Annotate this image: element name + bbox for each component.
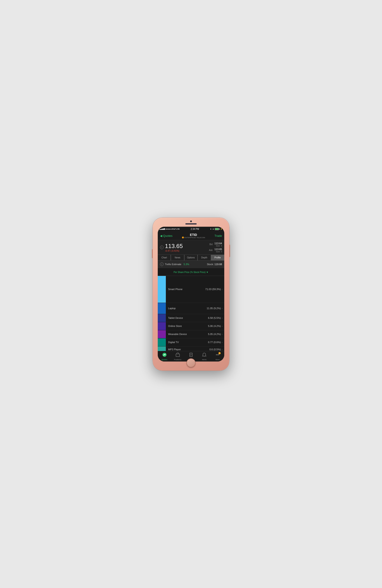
trefis-percent: 5.3% — [184, 263, 189, 266]
bar-segment-0 — [158, 276, 166, 303]
bid-size: Size: 3 — [214, 245, 222, 247]
orders-nav-icon — [189, 353, 193, 358]
trefis-left: i Trefis Estimate 5.3% — [160, 262, 189, 266]
ask-row: Ask 113.65 Size: 3 — [209, 248, 222, 253]
bid-label: Bid — [210, 243, 212, 246]
network-type: LTE — [176, 228, 180, 230]
earpiece-speaker — [185, 223, 197, 225]
item-name-1: Laptop — [168, 307, 176, 310]
list-item-0[interactable]: Smart Phone71.03 (59.3%)› — [166, 276, 224, 303]
price-direction-icon: ▷ — [160, 246, 164, 249]
price-change: -0.47 (-0.41%) — [165, 250, 183, 252]
ask-size: Size: 3 — [214, 251, 222, 253]
bar-segment-3 — [158, 322, 166, 330]
item-value-6: 0.6 (0.5%)› — [210, 348, 222, 351]
tab-options[interactable]: Options — [184, 255, 197, 260]
bottom-nav-alerts[interactable]: Alerts — [199, 353, 210, 361]
bar-segment-5 — [158, 338, 166, 346]
home-button[interactable] — [187, 358, 195, 367]
alerts-nav-icon — [202, 353, 207, 358]
bottom-nav-more[interactable]: 1More — [212, 353, 223, 361]
more-badge: 1 — [218, 352, 221, 354]
list-item-4[interactable]: Wearable Device5.05 (4.2%)› — [166, 330, 224, 338]
carrier-info: ●●●●● AT&T LTE — [160, 228, 180, 230]
alerts-nav-label: Alerts — [202, 358, 207, 361]
status-bar: ●●●●● AT&T LTE 2:34 PM ➤ ✦ ⚡ — [158, 227, 224, 232]
volume-button[interactable] — [152, 249, 153, 258]
item-name-6: MP3 Player — [168, 348, 181, 351]
detail-tabs: Chart News Options Depth Profile — [158, 254, 224, 261]
nav-header: ◀ Quotes ETID ENTERPRISE TELECOM Trade — [158, 232, 224, 240]
nav-title: ETID ENTERPRISE TELECOM — [182, 233, 205, 239]
item-chevron-3: › — [222, 325, 222, 327]
stock-ticker: ETID — [182, 233, 205, 237]
company-dot-icon — [182, 237, 184, 238]
svg-point-7 — [216, 354, 217, 355]
item-value-3: 5.06 (4.2%)› — [208, 325, 222, 327]
bid-row: Bid 113.64 Size: 3 — [210, 242, 222, 247]
per-share-label: Per Share Price (% Stock Price) ▼ — [174, 271, 209, 273]
power-button[interactable] — [229, 245, 230, 257]
item-value-5: 0.77 (0.6%)› — [208, 341, 222, 344]
price-left: ▷ 113.65 -0.47 (-0.41%) — [160, 243, 183, 252]
item-chevron-0: › — [222, 288, 222, 291]
bid-ask-section: Bid 113.64 Size: 3 Ask 113.65 Size: 3 — [209, 242, 222, 253]
bluetooth-icon: ✦ — [212, 228, 214, 230]
item-value-0: 71.03 (59.3%)› — [205, 288, 222, 291]
chart-list-area: Smart Phone71.03 (59.3%)›Laptop11.05 (9.… — [158, 276, 224, 351]
company-name: ENTERPRISE TELECOM — [182, 237, 205, 239]
ask-values: 113.65 Size: 3 — [214, 248, 222, 253]
trefis-bar: i Trefis Estimate 5.3% Stock: 119.68 — [158, 261, 224, 268]
list-item-2[interactable]: Tablet Device6.58 (5.5%)› — [166, 314, 224, 322]
trade-button[interactable]: Trade — [214, 234, 222, 237]
list-item-1[interactable]: Laptop11.05 (9.2%)› — [166, 303, 224, 314]
tab-depth[interactable]: Depth — [197, 255, 211, 260]
quotes-nav-label: Quotes — [162, 358, 168, 361]
price-details: 113.65 -0.47 (-0.41%) — [165, 243, 183, 252]
svg-point-8 — [217, 354, 218, 355]
bottom-nav-positions[interactable]: Positions — [172, 353, 183, 361]
tab-chart[interactable]: Chart — [158, 255, 171, 260]
stock-label: Stock: — [207, 263, 214, 266]
phone-screen: ●●●●● AT&T LTE 2:34 PM ➤ ✦ ⚡ ◀ Quotes ET — [158, 227, 224, 361]
tab-profile[interactable]: Profile — [211, 255, 224, 260]
bar-segment-1 — [158, 303, 166, 314]
item-chevron-2: › — [222, 317, 222, 319]
ask-label: Ask — [209, 249, 213, 252]
back-button[interactable]: ◀ Quotes — [160, 234, 172, 237]
carrier-name: ●●●●● AT&T — [165, 228, 176, 230]
item-name-0: Smart Phone — [168, 288, 182, 291]
svg-point-9 — [218, 354, 219, 355]
bar-segment-2 — [158, 314, 166, 322]
positions-nav-label: Positions — [174, 358, 181, 361]
battery-indicator — [215, 228, 219, 230]
charging-icon: ⚡ — [220, 228, 222, 230]
quotes-nav-icon — [162, 353, 167, 358]
tab-news[interactable]: News — [171, 255, 184, 260]
item-name-4: Wearable Device — [168, 333, 187, 336]
item-value-1: 11.05 (9.2%)› — [207, 307, 222, 310]
list-item-3[interactable]: Online Store5.06 (4.2%)› — [166, 322, 224, 330]
more-nav-label: More — [215, 358, 219, 361]
items-list: Smart Phone71.03 (59.3%)›Laptop11.05 (9.… — [166, 276, 224, 351]
price-section: ▷ 113.65 -0.47 (-0.41%) Bid 113.64 Size:… — [158, 240, 224, 254]
bottom-nav-quotes[interactable]: Quotes — [159, 353, 170, 361]
signal-strength — [160, 228, 165, 230]
item-value-2: 6.58 (5.5%)› — [208, 316, 222, 319]
trefis-right: Stock: 119.68 — [207, 263, 222, 266]
location-icon: ➤ — [210, 228, 212, 230]
item-chevron-1: › — [222, 307, 222, 310]
front-camera — [190, 220, 192, 222]
item-name-2: Tablet Device — [168, 316, 183, 319]
list-item-6[interactable]: MP3 Player0.6 (0.5%)› — [166, 346, 224, 351]
list-item-5[interactable]: Digital TV0.77 (0.6%)› — [166, 338, 224, 346]
stock-value: 119.68 — [214, 263, 222, 266]
trefis-label: Trefis Estimate — [165, 263, 181, 266]
item-chevron-6: › — [222, 348, 222, 351]
item-chevron-5: › — [222, 341, 222, 344]
bar-segment-6 — [158, 346, 166, 351]
trefis-info-icon[interactable]: i — [160, 262, 164, 266]
per-share-header[interactable]: Per Share Price (% Stock Price) ▼ — [158, 268, 224, 276]
item-chevron-4: › — [222, 333, 222, 336]
bid-values: 113.64 Size: 3 — [214, 242, 222, 247]
